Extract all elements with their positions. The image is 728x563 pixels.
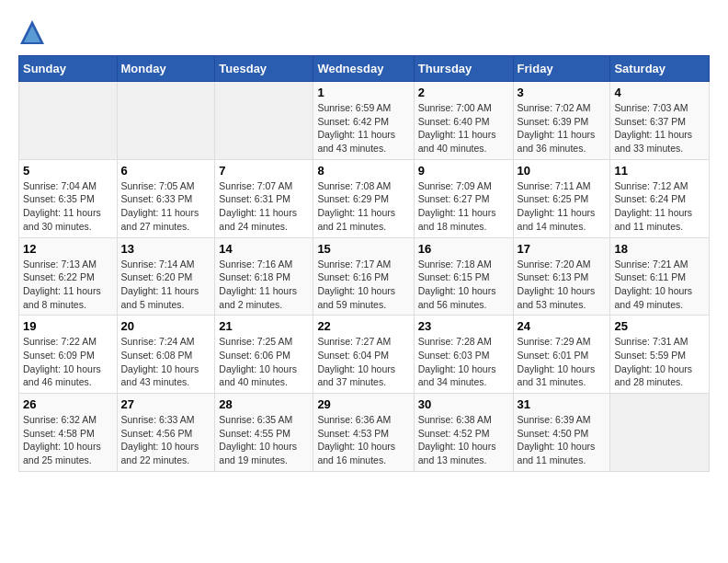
day-info: Sunrise: 7:21 AM Sunset: 6:11 PM Dayligh…: [614, 258, 705, 312]
day-info: Sunrise: 6:36 AM Sunset: 4:53 PM Dayligh…: [317, 413, 409, 467]
day-number: 2: [418, 86, 509, 99]
calendar-cell: 2Sunrise: 7:00 AM Sunset: 6:40 PM Daylig…: [414, 82, 513, 160]
calendar-cell: 30Sunrise: 6:38 AM Sunset: 4:52 PM Dayli…: [414, 394, 513, 472]
day-info: Sunrise: 7:11 AM Sunset: 6:25 PM Dayligh…: [518, 179, 607, 234]
day-number: 19: [23, 319, 113, 333]
day-number: 4: [614, 86, 705, 99]
day-info: Sunrise: 7:18 AM Sunset: 6:15 PM Dayligh…: [418, 258, 509, 312]
day-info: Sunrise: 6:38 AM Sunset: 4:52 PM Dayligh…: [418, 413, 509, 467]
day-number: 10: [518, 164, 607, 178]
calendar-cell: 28Sunrise: 6:35 AM Sunset: 4:55 PM Dayli…: [215, 394, 313, 472]
calendar-cell: 3Sunrise: 7:02 AM Sunset: 6:39 PM Daylig…: [513, 82, 610, 160]
calendar-cell: 25Sunrise: 7:31 AM Sunset: 5:59 PM Dayli…: [610, 316, 710, 394]
day-number: 15: [317, 242, 409, 256]
calendar-cell: 12Sunrise: 7:13 AM Sunset: 6:22 PM Dayli…: [19, 237, 118, 316]
day-info: Sunrise: 7:07 AM Sunset: 6:31 PM Dayligh…: [219, 179, 309, 234]
calendar-cell: 5Sunrise: 7:04 AM Sunset: 6:35 PM Daylig…: [19, 159, 118, 237]
day-info: Sunrise: 7:17 AM Sunset: 6:16 PM Dayligh…: [317, 258, 409, 312]
calendar-cell: [117, 82, 215, 160]
day-info: Sunrise: 7:16 AM Sunset: 6:18 PM Dayligh…: [219, 258, 309, 312]
day-info: Sunrise: 7:14 AM Sunset: 6:20 PM Dayligh…: [121, 258, 211, 312]
day-number: 3: [518, 86, 607, 99]
calendar-cell: 14Sunrise: 7:16 AM Sunset: 6:18 PM Dayli…: [215, 237, 313, 316]
day-info: Sunrise: 7:28 AM Sunset: 6:03 PM Dayligh…: [418, 335, 509, 389]
page-header: [18, 18, 710, 46]
calendar-cell: 19Sunrise: 7:22 AM Sunset: 6:09 PM Dayli…: [19, 316, 118, 394]
day-info: Sunrise: 7:02 AM Sunset: 6:39 PM Dayligh…: [518, 101, 607, 155]
calendar-cell: 20Sunrise: 7:24 AM Sunset: 6:08 PM Dayli…: [117, 316, 215, 394]
calendar-cell: 17Sunrise: 7:20 AM Sunset: 6:13 PM Dayli…: [513, 237, 610, 316]
day-number: 14: [219, 242, 309, 256]
day-number: 7: [219, 164, 309, 178]
calendar-cell: 22Sunrise: 7:27 AM Sunset: 6:04 PM Dayli…: [313, 316, 414, 394]
day-number: 25: [614, 319, 705, 333]
day-info: Sunrise: 7:12 AM Sunset: 6:24 PM Dayligh…: [614, 179, 705, 234]
day-info: Sunrise: 7:22 AM Sunset: 6:09 PM Dayligh…: [23, 335, 113, 389]
calendar-cell: 11Sunrise: 7:12 AM Sunset: 6:24 PM Dayli…: [610, 159, 710, 237]
logo-icon: [18, 18, 46, 46]
calendar-cell: [610, 394, 710, 472]
header-wednesday: Wednesday: [313, 56, 414, 82]
calendar-cell: 7Sunrise: 7:07 AM Sunset: 6:31 PM Daylig…: [215, 159, 313, 237]
calendar-cell: [215, 82, 313, 160]
day-number: 17: [518, 242, 607, 256]
day-number: 13: [121, 242, 211, 256]
calendar-cell: 23Sunrise: 7:28 AM Sunset: 6:03 PM Dayli…: [414, 316, 513, 394]
day-info: Sunrise: 6:32 AM Sunset: 4:58 PM Dayligh…: [23, 413, 113, 467]
day-number: 27: [121, 397, 211, 411]
calendar-cell: 6Sunrise: 7:05 AM Sunset: 6:33 PM Daylig…: [117, 159, 215, 237]
calendar-cell: 1Sunrise: 6:59 AM Sunset: 6:42 PM Daylig…: [313, 82, 414, 160]
header-thursday: Thursday: [414, 56, 513, 82]
calendar-cell: 31Sunrise: 6:39 AM Sunset: 4:50 PM Dayli…: [513, 394, 610, 472]
header-friday: Friday: [513, 56, 610, 82]
day-info: Sunrise: 7:03 AM Sunset: 6:37 PM Dayligh…: [614, 101, 705, 155]
calendar-cell: 9Sunrise: 7:09 AM Sunset: 6:27 PM Daylig…: [414, 159, 513, 237]
calendar-cell: 13Sunrise: 7:14 AM Sunset: 6:20 PM Dayli…: [117, 237, 215, 316]
day-number: 6: [121, 164, 211, 178]
day-info: Sunrise: 7:27 AM Sunset: 6:04 PM Dayligh…: [317, 335, 409, 389]
day-number: 24: [518, 319, 607, 333]
calendar-week-3: 12Sunrise: 7:13 AM Sunset: 6:22 PM Dayli…: [19, 237, 710, 316]
day-info: Sunrise: 6:35 AM Sunset: 4:55 PM Dayligh…: [219, 413, 309, 467]
day-number: 18: [614, 242, 705, 256]
day-info: Sunrise: 6:39 AM Sunset: 4:50 PM Dayligh…: [518, 413, 607, 467]
logo: [18, 18, 50, 46]
day-info: Sunrise: 6:33 AM Sunset: 4:56 PM Dayligh…: [121, 413, 211, 467]
day-number: 20: [121, 319, 211, 333]
calendar-cell: 18Sunrise: 7:21 AM Sunset: 6:11 PM Dayli…: [610, 237, 710, 316]
calendar-week-2: 5Sunrise: 7:04 AM Sunset: 6:35 PM Daylig…: [19, 159, 710, 237]
day-number: 5: [23, 164, 113, 178]
day-number: 8: [317, 164, 409, 178]
day-info: Sunrise: 7:24 AM Sunset: 6:08 PM Dayligh…: [121, 335, 211, 389]
calendar-cell: 29Sunrise: 6:36 AM Sunset: 4:53 PM Dayli…: [313, 394, 414, 472]
header-monday: Monday: [117, 56, 215, 82]
calendar-week-1: 1Sunrise: 6:59 AM Sunset: 6:42 PM Daylig…: [19, 82, 710, 160]
day-number: 31: [518, 397, 607, 411]
day-info: Sunrise: 7:09 AM Sunset: 6:27 PM Dayligh…: [418, 179, 509, 234]
calendar-cell: 4Sunrise: 7:03 AM Sunset: 6:37 PM Daylig…: [610, 82, 710, 160]
day-info: Sunrise: 7:00 AM Sunset: 6:40 PM Dayligh…: [418, 101, 509, 155]
day-info: Sunrise: 7:08 AM Sunset: 6:29 PM Dayligh…: [317, 179, 409, 234]
calendar-cell: 16Sunrise: 7:18 AM Sunset: 6:15 PM Dayli…: [414, 237, 513, 316]
day-number: 1: [317, 86, 409, 99]
day-number: 29: [317, 397, 409, 411]
calendar-cell: 8Sunrise: 7:08 AM Sunset: 6:29 PM Daylig…: [313, 159, 414, 237]
calendar-table: SundayMondayTuesdayWednesdayThursdayFrid…: [18, 55, 710, 472]
day-number: 11: [614, 164, 705, 178]
calendar-cell: 10Sunrise: 7:11 AM Sunset: 6:25 PM Dayli…: [513, 159, 610, 237]
calendar-week-4: 19Sunrise: 7:22 AM Sunset: 6:09 PM Dayli…: [19, 316, 710, 394]
day-number: 9: [418, 164, 509, 178]
calendar-cell: 27Sunrise: 6:33 AM Sunset: 4:56 PM Dayli…: [117, 394, 215, 472]
day-info: Sunrise: 7:29 AM Sunset: 6:01 PM Dayligh…: [518, 335, 607, 389]
day-info: Sunrise: 7:25 AM Sunset: 6:06 PM Dayligh…: [219, 335, 309, 389]
day-number: 28: [219, 397, 309, 411]
calendar-cell: 24Sunrise: 7:29 AM Sunset: 6:01 PM Dayli…: [513, 316, 610, 394]
day-info: Sunrise: 7:05 AM Sunset: 6:33 PM Dayligh…: [121, 179, 211, 234]
day-number: 21: [219, 319, 309, 333]
day-info: Sunrise: 7:31 AM Sunset: 5:59 PM Dayligh…: [614, 335, 705, 389]
calendar-cell: [19, 82, 118, 160]
day-number: 16: [418, 242, 509, 256]
day-number: 23: [418, 319, 509, 333]
header-sunday: Sunday: [19, 56, 118, 82]
header-tuesday: Tuesday: [215, 56, 313, 82]
